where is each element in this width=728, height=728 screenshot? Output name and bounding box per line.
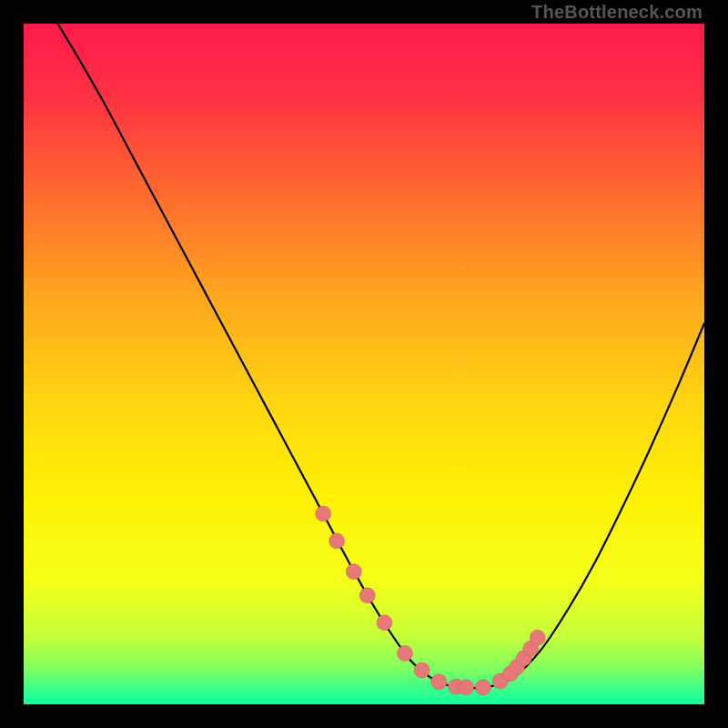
watermark-text: TheBottleneck.com: [531, 2, 703, 23]
highlight-marker: [359, 588, 375, 603]
highlight-marker: [377, 615, 392, 631]
highlight-markers: [316, 506, 546, 695]
chart-frame: TheBottleneck.com: [0, 0, 728, 728]
highlight-marker: [397, 645, 412, 661]
highlight-marker: [459, 680, 474, 695]
highlight-marker: [329, 533, 345, 549]
chart-svg: [24, 24, 704, 704]
bottleneck-curve: [57, 24, 704, 688]
highlight-marker: [316, 506, 331, 521]
highlight-marker: [475, 680, 490, 695]
highlight-marker: [414, 662, 430, 678]
highlight-marker: [431, 674, 447, 690]
highlight-marker: [346, 564, 361, 580]
plot-area: [24, 24, 704, 704]
highlight-marker: [530, 630, 545, 645]
